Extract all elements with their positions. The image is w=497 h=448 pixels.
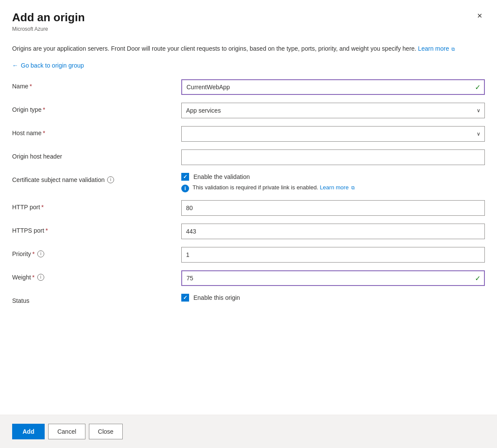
external-link-icon: ⧉ [451,45,455,53]
cert-validation-field-row: Certificate subject name validation i En… [12,173,485,192]
status-checkbox-row: Enable this origin [181,294,485,302]
cert-learn-more-external-icon: ⧉ [351,185,355,191]
panel-body: Origins are your application servers. Fr… [0,37,497,415]
cert-validation-note-text: This validation is required if private l… [193,184,355,191]
cert-validation-learn-more-link[interactable]: Learn more ⧉ [320,184,354,191]
status-field-wrapper: Enable this origin [181,294,485,302]
weight-field-wrapper: ✓ [181,270,485,286]
name-label: Name * [12,79,181,90]
origin-type-select-wrapper: App services Storage Custom ∨ [181,103,485,118]
cert-validation-checkbox-label: Enable the validation [193,173,250,180]
http-port-label: HTTP port * [12,200,181,211]
https-port-input[interactable] [181,224,485,239]
https-port-field-row: HTTPS port * [12,224,485,239]
name-input[interactable] [181,79,485,95]
cert-validation-field-wrapper: Enable the validation i This validation … [181,173,485,192]
http-port-input[interactable] [181,200,485,216]
host-name-field-wrapper: ∨ [181,126,485,142]
name-field-row: Name * ✓ [12,79,485,95]
close-button[interactable]: × [473,9,487,23]
panel-header: Add an origin Microsoft Azure × [0,0,497,37]
close-footer-button[interactable]: Close [89,424,123,439]
weight-input[interactable] [181,270,485,286]
weight-info-icon[interactable]: i [37,274,44,281]
priority-info-icon[interactable]: i [37,250,44,257]
http-port-field-wrapper [181,200,485,216]
enable-origin-label: Enable this origin [193,294,240,301]
cancel-button[interactable]: Cancel [48,424,85,439]
name-field-wrapper: ✓ [181,79,485,95]
back-to-origin-group-link[interactable]: ← Go back to origin group [12,62,84,69]
priority-input[interactable] [181,247,485,263]
cert-validation-checkbox[interactable] [181,173,189,181]
host-name-required-indicator: * [43,130,45,136]
weight-input-wrapper: ✓ [181,270,485,286]
http-port-field-row: HTTP port * [12,200,485,216]
host-name-select-wrapper: ∨ [181,126,485,142]
http-port-required-indicator: * [41,204,43,211]
origin-type-field-wrapper: App services Storage Custom ∨ [181,103,485,118]
priority-field-row: Priority * i [12,247,485,263]
priority-required-indicator: * [33,250,35,257]
add-origin-panel: Add an origin Microsoft Azure × Origins … [0,0,497,448]
enable-origin-checkbox[interactable] [181,294,189,302]
cert-validation-note: i This validation is required if private… [181,184,485,192]
priority-label: Priority * i [12,247,181,257]
https-port-label: HTTPS port * [12,224,181,234]
back-arrow-icon: ← [12,62,18,69]
add-button[interactable]: Add [12,424,45,439]
https-port-required-indicator: * [46,227,48,234]
cert-validation-label: Certificate subject name validation i [12,173,181,183]
host-name-label: Host name * [12,126,181,136]
weight-label: Weight * i [12,270,181,281]
priority-field-wrapper [181,247,485,263]
host-name-field-row: Host name * ∨ [12,126,485,142]
cert-validation-checkbox-row: Enable the validation [181,173,485,181]
origin-host-header-field-wrapper [181,149,485,165]
panel-title: Add an origin [12,10,485,25]
description-learn-more-link[interactable]: Learn more ⧉ [418,45,455,52]
description-text: Origins are your application servers. Fr… [12,44,485,53]
origin-type-required-indicator: * [43,106,45,113]
origin-host-header-field-row: Origin host header [12,149,485,165]
origin-type-select[interactable]: App services Storage Custom [181,103,485,118]
status-label: Status [12,294,181,304]
name-input-wrapper: ✓ [181,79,485,95]
https-port-field-wrapper [181,224,485,239]
name-required-indicator: * [29,83,32,90]
panel-footer: Add Cancel Close [0,415,497,448]
weight-required-indicator: * [32,274,34,281]
origin-host-header-input[interactable] [181,149,485,165]
origin-type-label: Origin type * [12,103,181,113]
status-field-row: Status Enable this origin [12,294,485,309]
panel-subtitle: Microsoft Azure [12,26,485,32]
weight-field-row: Weight * i ✓ [12,270,485,286]
host-name-select[interactable] [181,126,485,142]
origin-host-header-label: Origin host header [12,149,181,160]
cert-validation-info-icon[interactable]: i [107,176,114,183]
origin-type-field-row: Origin type * App services Storage Custo… [12,103,485,118]
cert-validation-note-icon: i [181,185,189,192]
